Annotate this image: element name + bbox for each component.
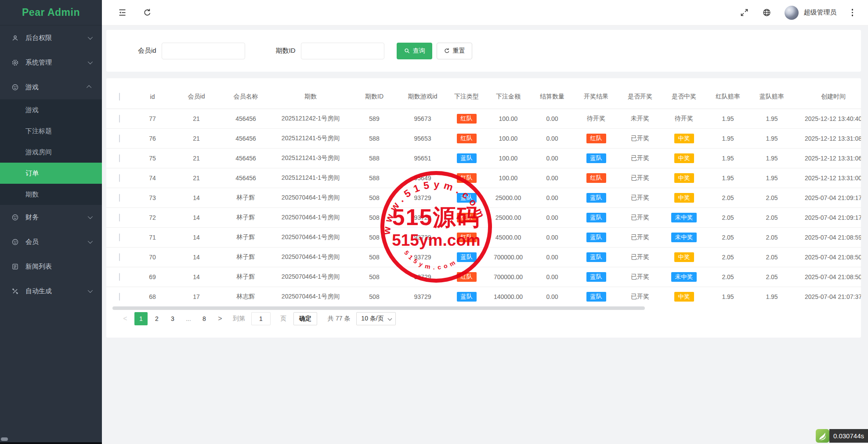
sidebar-item-label: 会员: [25, 238, 39, 246]
sidebar-item-news-list[interactable]: 新闻列表: [0, 254, 102, 279]
chevron-down-icon: [88, 214, 93, 219]
chevron-down-icon: [88, 59, 93, 64]
scrollbar-thumb[interactable]: [112, 306, 645, 310]
row-checkbox[interactable]: [119, 293, 120, 301]
table-cell: 75: [133, 155, 172, 162]
user-avatar[interactable]: [785, 6, 799, 20]
table-cell: 2025070464-1号房间: [271, 214, 350, 222]
table-cell: 140000.00: [486, 293, 530, 300]
status-badge: 未中奖: [671, 233, 697, 242]
page-button-8[interactable]: 8: [198, 312, 211, 325]
table-cell: 95651: [398, 155, 447, 162]
sidebar-subitem-game[interactable]: 游戏: [0, 99, 102, 120]
page-button-3[interactable]: 3: [166, 312, 179, 325]
table-cell: 2025-07-04 21:07:37: [794, 293, 861, 300]
table-cell: 1.95: [750, 155, 794, 162]
sidebar-subitem-label: 期数: [25, 190, 39, 199]
status-badge: 中奖: [674, 134, 694, 143]
sidebar-subitem-order[interactable]: 订单: [0, 163, 102, 184]
status-badge: 中奖: [674, 173, 694, 183]
table-cell: 林子辉: [221, 273, 271, 281]
user-name[interactable]: 超级管理员: [804, 8, 837, 17]
table-cell: 21: [172, 155, 221, 162]
topbar-left: [102, 8, 740, 17]
table-row: 75214564562025121241-3号房间58895651蓝队100.0…: [106, 149, 861, 168]
globe-icon[interactable]: [762, 8, 771, 17]
table-cell: 已开奖: [618, 135, 662, 142]
row-checkbox[interactable]: [119, 253, 120, 261]
topbar-right: 超级管理员: [740, 6, 868, 20]
status-badge: 蓝队: [457, 292, 477, 302]
page-button-2[interactable]: 2: [150, 312, 163, 325]
sidebar-scrollbar-nub[interactable]: [1, 437, 8, 441]
table-header-row: id会员id会员名称期数期数ID期数游戏id下注类型下注金额结算数量开奖结果是否…: [106, 84, 861, 109]
sidebar-submenu-game: 游戏下注标题游戏房间订单期数: [0, 99, 102, 205]
sidebar-subitem-period[interactable]: 期数: [0, 184, 102, 205]
more-icon[interactable]: [850, 7, 855, 18]
table-cell: 74: [133, 175, 172, 182]
table-cell: 68: [133, 293, 172, 300]
sidebar-subitem-bet-title[interactable]: 下注标题: [0, 120, 102, 142]
page-ellipsis: ...: [182, 312, 195, 325]
table-cell: 0.00: [530, 175, 574, 182]
row-checkbox[interactable]: [119, 233, 120, 241]
table-cell: 508: [350, 273, 398, 280]
sidebar-item-member[interactable]: 会员: [0, 229, 102, 254]
collapse-icon[interactable]: [118, 8, 127, 17]
reset-icon: [444, 47, 450, 54]
row-checkbox[interactable]: [119, 214, 120, 222]
refresh-icon[interactable]: [143, 8, 152, 17]
period-id-input[interactable]: [301, 43, 384, 59]
select-all-checkbox[interactable]: [119, 93, 120, 101]
table-cell: 1.95: [706, 155, 750, 162]
table-cell: 508: [350, 214, 398, 221]
goto-page-input[interactable]: [251, 312, 271, 325]
status-badge: 红队: [457, 173, 477, 183]
table-cell: 2.05: [706, 254, 750, 261]
member-id-input[interactable]: [162, 43, 245, 59]
sidebar-item-backend-perms[interactable]: 后台权限: [0, 25, 102, 50]
table-cell: 2025-12-12 13:40:40: [794, 115, 861, 122]
table-row: 7214林子辉2025070464-1号房间50893729红队25000.00…: [106, 208, 861, 228]
table-cell: 2025121242-1号房间: [271, 115, 350, 123]
table-cell: 700000.00: [486, 254, 530, 261]
status-badge: 中奖: [674, 193, 694, 203]
row-checkbox[interactable]: [119, 273, 120, 281]
row-checkbox[interactable]: [119, 115, 120, 123]
table-cell: 2.05: [750, 273, 794, 280]
chevron-up-icon: [87, 85, 91, 90]
prev-page-button[interactable]: <: [119, 312, 132, 325]
query-button[interactable]: 查询: [397, 43, 432, 59]
sidebar-item-auto-gen[interactable]: 自动生成: [0, 279, 102, 303]
table-cell: 2025-07-04 21:08:59: [794, 234, 861, 241]
table-cell: 69: [133, 273, 172, 280]
row-checkbox[interactable]: [119, 194, 120, 202]
status-badge: 中奖: [674, 292, 694, 302]
next-page-button[interactable]: >: [213, 312, 227, 325]
table-row: 6914林子辉2025070464-1号房间50893729红队700000.0…: [106, 267, 861, 287]
page-button-1[interactable]: 1: [134, 312, 148, 325]
column-header: 是否开奖: [618, 93, 662, 101]
table-row: 7114林子辉2025070464-1号房间50893729红队45000.00…: [106, 228, 861, 247]
row-checkbox[interactable]: [119, 174, 120, 182]
row-checkbox[interactable]: [119, 135, 120, 142]
table-cell: 14: [172, 273, 221, 280]
sidebar-subitem-game-room[interactable]: 游戏房间: [0, 142, 102, 163]
table-cell: 93729: [398, 214, 447, 221]
sidebar-item-game[interactable]: 游戏: [0, 75, 102, 99]
sidebar-item-system-mgmt[interactable]: 系统管理: [0, 50, 102, 75]
page-size-select[interactable]: 10 条/页: [356, 312, 395, 325]
status-badge: 红队: [457, 272, 477, 282]
sidebar-subitem-label: 游戏: [25, 106, 39, 114]
reset-button[interactable]: 重置: [437, 43, 472, 59]
table-cell: 0.00: [530, 194, 574, 201]
column-header: 下注金额: [486, 93, 530, 101]
goto-confirm-button[interactable]: 确定: [293, 312, 317, 325]
row-checkbox[interactable]: [119, 154, 120, 162]
thinkphp-icon[interactable]: [816, 429, 829, 443]
status-badge: 蓝队: [457, 252, 477, 262]
chevron-down-icon: [387, 317, 392, 321]
fullscreen-icon[interactable]: [740, 8, 749, 17]
sidebar-item-label: 后台权限: [25, 34, 52, 42]
sidebar-item-finance[interactable]: 财务: [0, 205, 102, 229]
